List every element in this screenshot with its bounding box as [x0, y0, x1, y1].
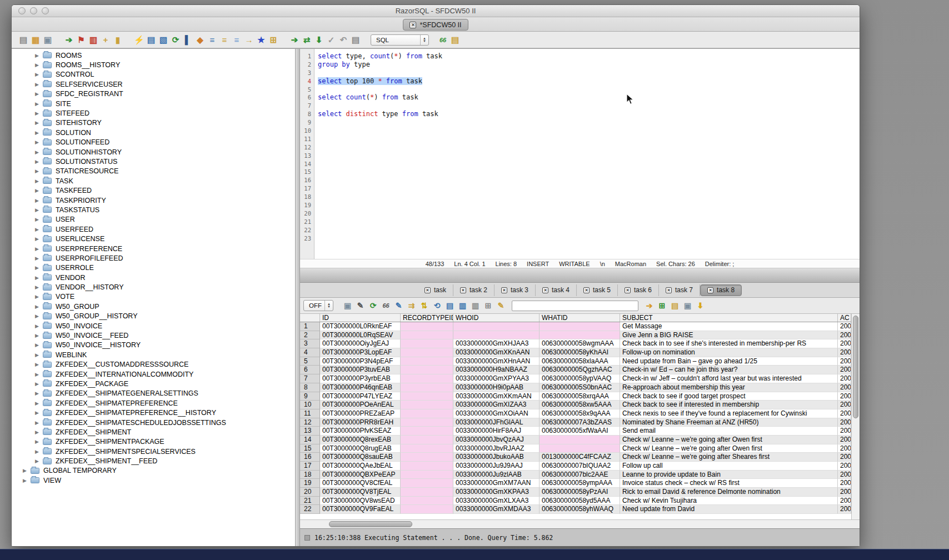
result-tab-task-5[interactable]: ✕task 5 [577, 284, 618, 296]
sql-mode-dropdown[interactable]: SQL ▲▼ [371, 34, 429, 46]
disconnect-database-icon[interactable]: ⚑ [75, 34, 87, 46]
tree-item[interactable]: ▶VIEW [12, 476, 295, 485]
stop-icon[interactable] [304, 535, 310, 541]
tree-item[interactable]: ▶USER [12, 215, 295, 224]
tab-close-icon[interactable]: ✕ [460, 287, 466, 293]
table-row[interactable]: 1000T3000000POeAnEAL0033000000GmXIZAA300… [300, 401, 851, 409]
grid-cell[interactable]: 00T3000000POeAnEAL [320, 401, 401, 409]
format-sql-icon[interactable]: → [243, 34, 255, 46]
grid-cell[interactable]: 00T3000000P3yrbEAB [320, 374, 401, 383]
tree-item[interactable]: ▶W50_GROUP__HISTORY [12, 312, 295, 321]
grid-cell[interactable]: Leanne to provide update to Bain [620, 471, 838, 479]
vertical-scrollbar[interactable] [851, 314, 860, 519]
tree-item[interactable]: ▶STATICRESOURCE [12, 167, 295, 176]
vertical-scrollbar-thumb[interactable] [853, 316, 858, 418]
grid-cell[interactable] [401, 383, 453, 392]
tree-item[interactable]: ▶ZKFEDEX__SHIPMENT__FEED [12, 456, 295, 466]
grid-cell[interactable]: 00T3000000OiyJgEAJ [320, 339, 401, 348]
disclosure-triangle-icon[interactable]: ▶ [35, 313, 43, 319]
editor-line[interactable] [318, 184, 860, 193]
grid-cell[interactable]: 200 [838, 348, 851, 357]
editor-line[interactable] [318, 209, 860, 218]
tree-item[interactable]: ▶USERPROFILEFEED [12, 253, 295, 263]
editor-line[interactable] [318, 69, 860, 77]
grid-cell[interactable]: 00630000007bIQUAA2 [540, 462, 620, 471]
grid-cell[interactable]: 0033000000JFhGlAAL [453, 418, 540, 427]
document-tab[interactable]: ✕ *SFDCW50 II [403, 19, 468, 31]
export-grid-icon[interactable]: ⊞ [656, 299, 668, 312]
grid-cell[interactable] [401, 471, 453, 479]
grid-cell[interactable] [453, 331, 540, 340]
tree-item[interactable]: ▶W50_GROUP [12, 302, 295, 311]
tree-item[interactable]: ▶USERLICENSE [12, 234, 295, 243]
grid-cell[interactable]: 006300000058wgmAAA [540, 339, 620, 348]
database-tree-panel[interactable]: ▶ROOMS▶ROOMS__HISTORY▶SCONTROL▶SELFSERVI… [12, 49, 295, 546]
grid-cell[interactable]: Check-in w/ Jeff – couldn't afford last … [620, 374, 838, 383]
column-tree-icon[interactable]: ⇉ [405, 299, 418, 312]
favorites-star-icon[interactable]: ★ [255, 34, 267, 46]
grid-cell[interactable]: 006300000058xlaAAA [540, 357, 620, 366]
table-row[interactable]: 700T3000000P3yrbEAB0033000000GmXPYAA3006… [300, 374, 851, 383]
zoom-button[interactable] [42, 7, 49, 14]
disclosure-triangle-icon[interactable]: ▶ [35, 256, 43, 261]
grid-cell[interactable]: Check nexis to see if they've found a re… [620, 409, 838, 418]
new-document-icon[interactable]: ▤ [17, 34, 29, 46]
grid-cell[interactable]: 200 [838, 409, 851, 418]
table-row[interactable]: 300T3000000OiyJgEAJ0033000000GmXHJAA3006… [300, 339, 851, 348]
grid-cell[interactable]: 0033000000JbvQzAAJ [453, 436, 540, 444]
disclosure-triangle-icon[interactable]: ▶ [35, 120, 43, 126]
disclosure-triangle-icon[interactable]: ▶ [35, 381, 43, 387]
grid-cell[interactable]: 200 [838, 427, 851, 436]
tree-item[interactable]: ▶WEBLINK [12, 350, 295, 359]
grid-cell[interactable]: 00T3000000PRR8rEAH [320, 418, 401, 427]
grid-cell[interactable]: 0033000000Ju9zlAAB [453, 471, 540, 479]
editor-line[interactable] [318, 118, 860, 127]
disclosure-triangle-icon[interactable]: ▶ [35, 62, 43, 68]
disclosure-triangle-icon[interactable]: ▶ [35, 304, 43, 309]
disclosure-triangle-icon[interactable]: ▶ [35, 246, 43, 252]
refresh-results-icon[interactable]: ⟳ [367, 299, 379, 312]
disclosure-triangle-icon[interactable]: ▶ [35, 130, 43, 136]
edit-cell-icon[interactable]: ✎ [392, 299, 405, 312]
grid-cell[interactable] [401, 462, 453, 471]
grid-cell[interactable]: 0033000000GmXPYAA3 [453, 374, 540, 383]
grid-cell[interactable]: Nominated by Shane Freeman at ANZ (HR50) [620, 418, 838, 427]
editor-line[interactable] [318, 201, 860, 209]
column-header-WHOID[interactable]: WHOID [453, 314, 540, 322]
grid-cell[interactable]: 00T3000000QV8wsEAD [320, 497, 401, 506]
grid-cell[interactable] [401, 366, 453, 374]
sql-editor[interactable]: 1234567891011121314151617181920212223 se… [300, 49, 860, 259]
commit-icon[interactable]: ✓ [325, 34, 337, 46]
edit-table-data-icon[interactable]: ⊞ [267, 34, 279, 46]
connect-database-icon[interactable]: ➔ [63, 34, 75, 46]
tree-item[interactable]: ▶VENDOR__HISTORY [12, 282, 295, 292]
execute-all-sql-icon[interactable]: ⇄ [301, 34, 313, 46]
result-tab-task-6[interactable]: ✕task 6 [618, 284, 659, 296]
grid-cell[interactable]: 200 [838, 488, 851, 497]
grid-cell[interactable] [401, 505, 453, 514]
grid-cell[interactable]: Invoice status check – check w/ RS first [620, 479, 838, 488]
tree-item[interactable]: ▶SFDC_REGISTRANT [12, 89, 295, 99]
tree-item[interactable]: ▶SITEHISTORY [12, 118, 295, 128]
grid-cell[interactable]: 006300000058xw5AAA [540, 401, 620, 409]
grid-cell[interactable]: 200 [838, 453, 851, 462]
tree-item[interactable]: ▶ROOMS [12, 51, 295, 60]
table-row[interactable]: 100T3000000L0RknEAFGet Massage200 [300, 322, 851, 331]
grid-cell[interactable]: 00T3000000Q8rugEAB [320, 444, 401, 453]
result-tab-task-2[interactable]: ✕task 2 [453, 284, 495, 296]
grid-cell[interactable]: Rick to email David & reference Delmonte… [620, 488, 838, 497]
grid-cell[interactable] [401, 339, 453, 348]
copy-connection-icon[interactable]: ▥ [87, 34, 99, 46]
disclosure-triangle-icon[interactable]: ▶ [35, 159, 43, 164]
disclosure-triangle-icon[interactable]: ▶ [35, 333, 43, 338]
disclosure-triangle-icon[interactable]: ▶ [35, 458, 43, 464]
disclosure-triangle-icon[interactable]: ▶ [35, 429, 43, 435]
tab-close-icon[interactable]: ✕ [666, 287, 672, 293]
disclosure-triangle-icon[interactable]: ▶ [35, 449, 43, 454]
messages-log-icon[interactable]: ▤ [449, 34, 461, 46]
tree-item[interactable]: ▶W50_INVOICE__FEED [12, 331, 295, 340]
grid-cell[interactable] [401, 331, 453, 340]
table-row[interactable]: 1100T3000000PREZaEAP0033000000GmXOiAAN00… [300, 409, 851, 418]
editor-line[interactable] [318, 226, 860, 234]
tree-item[interactable]: ▶SOLUTIONHISTORY [12, 147, 295, 157]
